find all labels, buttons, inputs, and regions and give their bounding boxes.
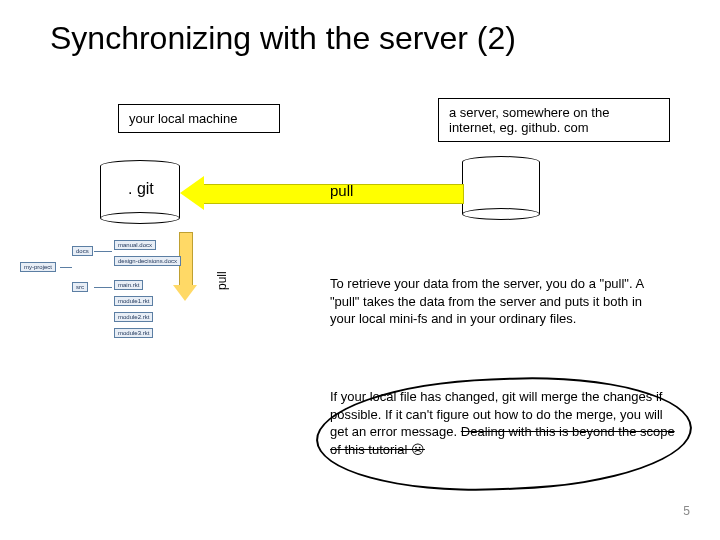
tree-leaf: manual.docx	[114, 240, 156, 250]
tree-leaf: design-decisions.docx	[114, 256, 181, 266]
project-tree: my-project docs src manual.docx design-d…	[20, 240, 220, 380]
git-label: . git	[128, 180, 154, 198]
tree-leaf: module3.rkt	[114, 328, 153, 338]
paragraph-1: To retrieve your data from the server, y…	[330, 275, 670, 328]
tree-docs: docs	[72, 246, 93, 256]
local-machine-box: your local machine	[118, 104, 280, 133]
tree-leaf: module2.rkt	[114, 312, 153, 322]
tree-leaf: main.rkt	[114, 280, 143, 290]
server-cylinder	[462, 156, 540, 220]
page-number: 5	[683, 504, 690, 518]
server-box: a server, somewhere on the internet, eg.…	[438, 98, 670, 142]
slide-title: Synchronizing with the server (2)	[50, 20, 516, 57]
pull-label: pull	[330, 182, 353, 199]
tree-leaf: module1.rkt	[114, 296, 153, 306]
tree-root: my-project	[20, 262, 56, 272]
pull-arrow	[182, 178, 462, 208]
tree-src: src	[72, 282, 88, 292]
